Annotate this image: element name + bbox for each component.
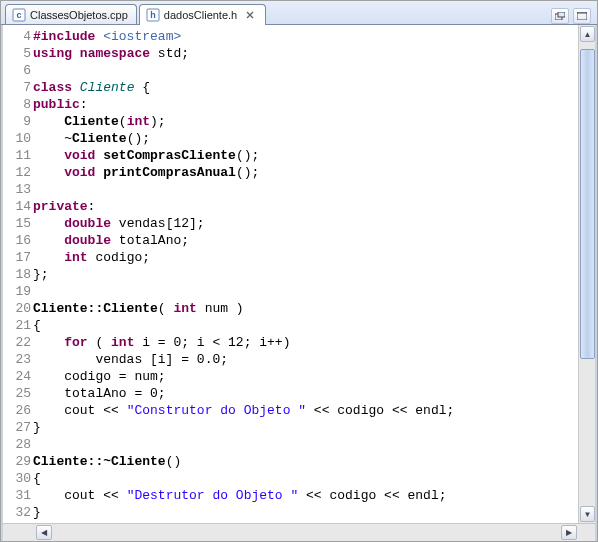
line-number: 16	[3, 232, 33, 249]
tab-label: dadosCliente.h	[164, 9, 237, 21]
code-line[interactable]: vendas [i] = 0.0;	[33, 351, 578, 368]
chevron-right-icon: ▶	[566, 528, 572, 537]
code-line[interactable]: {	[33, 317, 578, 334]
line-number: 18	[3, 266, 33, 283]
code-line[interactable]	[33, 181, 578, 198]
line-number: 23	[3, 351, 33, 368]
line-number: 14	[3, 198, 33, 215]
line-number: 22	[3, 334, 33, 351]
maximize-button[interactable]	[573, 8, 591, 24]
line-number-gutter: 4567891011121314151617181920212223242526…	[3, 25, 33, 523]
tab-dados-cliente[interactable]: h dadosCliente.h	[139, 4, 266, 25]
line-number: 6	[3, 62, 33, 79]
editor-area: 4567891011121314151617181920212223242526…	[1, 25, 597, 523]
line-number: 4	[3, 28, 33, 45]
code-line[interactable]: };	[33, 266, 578, 283]
svg-rect-5	[558, 12, 565, 17]
scroll-left-button[interactable]: ◀	[36, 525, 52, 540]
line-number: 7	[3, 79, 33, 96]
code-line[interactable]: void printComprasAnual();	[33, 164, 578, 181]
code-line[interactable]	[33, 283, 578, 300]
scroll-right-button[interactable]: ▶	[561, 525, 577, 540]
line-number: 20	[3, 300, 33, 317]
tab-classes-objetos[interactable]: c ClassesObjetos.cpp	[5, 4, 137, 24]
code-line[interactable]: totalAno = 0;	[33, 385, 578, 402]
scroll-thumb[interactable]	[580, 49, 595, 359]
scroll-up-button[interactable]: ▲	[580, 26, 595, 42]
line-number: 31	[3, 487, 33, 504]
line-number: 24	[3, 368, 33, 385]
code-line[interactable]: codigo = num;	[33, 368, 578, 385]
line-number: 21	[3, 317, 33, 334]
code-line[interactable]: int codigo;	[33, 249, 578, 266]
code-line[interactable]: #include <iostream>	[33, 28, 578, 45]
svg-text:c: c	[16, 10, 21, 20]
line-number: 17	[3, 249, 33, 266]
code-line[interactable]: double totalAno;	[33, 232, 578, 249]
line-number: 11	[3, 147, 33, 164]
line-number: 10	[3, 130, 33, 147]
line-number: 29	[3, 453, 33, 470]
code-line[interactable]: }	[33, 419, 578, 436]
code-line[interactable]: void setComprasCliente();	[33, 147, 578, 164]
line-number: 27	[3, 419, 33, 436]
line-number: 12	[3, 164, 33, 181]
svg-text:h: h	[150, 10, 156, 20]
tab-label: ClassesObjetos.cpp	[30, 9, 128, 21]
line-number: 30	[3, 470, 33, 487]
scroll-down-button[interactable]: ▼	[580, 506, 595, 522]
chevron-up-icon: ▲	[584, 30, 592, 39]
chevron-left-icon: ◀	[41, 528, 47, 537]
line-number: 15	[3, 215, 33, 232]
line-number: 5	[3, 45, 33, 62]
line-number: 8	[3, 96, 33, 113]
code-line[interactable]: Cliente::Cliente( int num )	[33, 300, 578, 317]
code-line[interactable]: }	[33, 504, 578, 521]
line-number: 26	[3, 402, 33, 419]
line-number: 25	[3, 385, 33, 402]
line-number: 32	[3, 504, 33, 521]
hscroll-track[interactable]	[31, 525, 560, 540]
line-number: 13	[3, 181, 33, 198]
code-line[interactable]: cout << "Construtor do Objeto " << codig…	[33, 402, 578, 419]
code-line[interactable]: public:	[33, 96, 578, 113]
c-file-icon: c	[12, 8, 26, 22]
line-number: 28	[3, 436, 33, 453]
code-line[interactable]: Cliente::~Cliente()	[33, 453, 578, 470]
tab-bar: c ClassesObjetos.cpp h dadosCliente.h	[1, 1, 597, 25]
code-line[interactable]: using namespace std;	[33, 45, 578, 62]
code-line[interactable]: cout << "Destrutor do Objeto " << codigo…	[33, 487, 578, 504]
code-content[interactable]: #include <iostream>using namespace std; …	[33, 25, 578, 523]
code-line[interactable]: ~Cliente();	[33, 130, 578, 147]
h-file-icon: h	[146, 8, 160, 22]
code-line[interactable]: {	[33, 470, 578, 487]
code-line[interactable]: class Cliente {	[33, 79, 578, 96]
restore-button[interactable]	[551, 8, 569, 24]
code-line[interactable]: for ( int i = 0; i < 12; i++)	[33, 334, 578, 351]
code-line[interactable]: double vendas[12];	[33, 215, 578, 232]
chevron-down-icon: ▼	[584, 510, 592, 519]
code-line[interactable]	[33, 62, 578, 79]
vertical-scrollbar[interactable]: ▲ ▼	[578, 25, 595, 523]
line-number: 9	[3, 113, 33, 130]
scrollbar-corner	[578, 524, 595, 541]
tabbar-controls	[551, 8, 597, 24]
line-number: 19	[3, 283, 33, 300]
code-line[interactable]: private:	[33, 198, 578, 215]
code-line[interactable]	[33, 436, 578, 453]
code-line[interactable]: Cliente(int);	[33, 113, 578, 130]
horizontal-scrollbar[interactable]: ◀ ▶	[1, 523, 597, 541]
close-icon[interactable]	[243, 8, 257, 22]
